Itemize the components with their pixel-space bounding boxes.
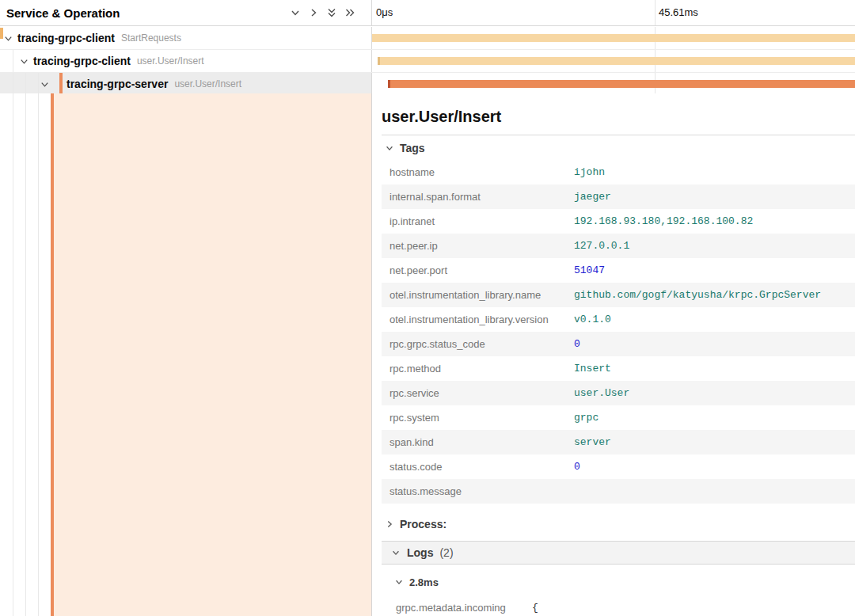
indent-guide xyxy=(13,93,13,616)
tag-value: 51047 xyxy=(574,258,855,283)
chevron-right-icon xyxy=(385,519,394,529)
tag-row: net.peer.port51047 xyxy=(382,258,855,283)
span-detail-row: user.User/Insert Tags hostnameijohn inte… xyxy=(0,93,855,616)
service-operation-header: Service & Operation xyxy=(0,0,372,25)
operation-name: StartRequests xyxy=(121,32,181,44)
span-duration-bar[interactable] xyxy=(372,34,855,42)
tag-key: ip.intranet xyxy=(382,209,574,234)
collapse-all-icon[interactable] xyxy=(326,7,337,18)
chevron-down-icon xyxy=(385,143,394,153)
log-timestamp: 2.8ms xyxy=(409,576,439,588)
timeline-ruler[interactable]: 0μs 45.61ms xyxy=(372,0,855,25)
span-detail-title: user.User/Insert xyxy=(382,108,855,126)
ruler-gridline xyxy=(655,0,656,25)
tags-label: Tags xyxy=(400,142,425,154)
tag-value: grpc xyxy=(574,405,855,430)
span-bar-cell xyxy=(372,50,855,72)
tag-value: Insert xyxy=(574,356,855,381)
ruler-tick-mid: 45.61ms xyxy=(659,6,698,18)
tag-row: otel.instrumentation_library.versionv0.1… xyxy=(382,307,855,332)
chevron-down-icon[interactable] xyxy=(19,56,29,67)
tag-key: net.peer.port xyxy=(382,258,574,283)
tag-key: status.message xyxy=(382,479,574,504)
log-entry-header[interactable]: 2.8ms xyxy=(382,573,855,591)
chevron-down-icon[interactable] xyxy=(40,79,50,89)
process-label: Process: xyxy=(400,518,446,530)
tag-row: net.peer.ip127.0.0.1 xyxy=(382,234,855,258)
collapse-one-icon[interactable] xyxy=(290,7,301,18)
indent-guide xyxy=(25,73,26,95)
tag-key: net.peer.ip xyxy=(382,234,574,258)
indent-guide xyxy=(25,93,26,616)
tag-value: user.User xyxy=(574,381,855,405)
indent-guide xyxy=(13,73,13,95)
tag-row: rpc.systemgrpc xyxy=(382,405,855,430)
json-open-brace: { xyxy=(532,602,710,614)
span-duration-bar[interactable] xyxy=(378,57,855,65)
span-name-cell[interactable]: tracing-grpc-server user.User/Insert xyxy=(0,73,372,95)
expand-one-icon[interactable] xyxy=(308,7,319,18)
span-start-cap xyxy=(378,57,380,65)
span-row-server-insert[interactable]: tracing-grpc-server user.User/Insert xyxy=(0,73,855,96)
indent-guide xyxy=(38,73,39,95)
tag-key: hostname xyxy=(382,160,574,184)
span-row-root[interactable]: tracing-grpc-client StartRequests xyxy=(0,27,855,50)
chevron-down-icon xyxy=(391,548,401,557)
span-color-bar xyxy=(59,73,63,95)
span-color-indicator xyxy=(0,28,3,39)
span-name-cell[interactable]: tracing-grpc-client StartRequests xyxy=(0,27,372,49)
tag-key: span.kind xyxy=(382,430,574,454)
operation-name: user.User/Insert xyxy=(137,55,204,67)
log-field-row: grpc.metadata.incoming { ":authority": "… xyxy=(382,602,855,616)
tag-row: status.code0 xyxy=(382,454,855,479)
tag-value: github.com/gogf/katyusha/krpc.GrpcServer xyxy=(574,283,855,307)
service-name: tracing-grpc-server xyxy=(66,78,168,90)
trace-timeline-view: Service & Operation 0μs 45.61ms xyxy=(0,0,855,616)
service-name: tracing-grpc-client xyxy=(33,55,131,67)
span-name-cell[interactable]: tracing-grpc-client user.User/Insert xyxy=(0,50,372,72)
span-bar-cell xyxy=(372,27,855,49)
span-row-client-insert[interactable]: tracing-grpc-client user.User/Insert xyxy=(0,50,855,73)
chevron-down-icon[interactable] xyxy=(3,33,13,44)
span-bar-cell xyxy=(372,73,855,95)
chevron-down-icon xyxy=(394,577,404,587)
tag-value: 192.168.93.180,192.168.100.82 xyxy=(574,209,855,234)
expand-all-icon[interactable] xyxy=(344,7,355,18)
json-brace: { xyxy=(532,602,538,614)
span-start-cap xyxy=(388,80,390,88)
process-accordion-header[interactable]: Process: xyxy=(382,515,855,534)
tag-value xyxy=(574,479,855,504)
span-detail-panel: user.User/Insert Tags hostnameijohn inte… xyxy=(372,93,855,616)
tag-key: internal.span.format xyxy=(382,184,574,209)
span-duration-bar[interactable] xyxy=(388,80,855,88)
tag-value: ijohn xyxy=(574,160,855,184)
tag-row: span.kindserver xyxy=(382,430,855,454)
tag-row: status.message xyxy=(382,479,855,504)
expand-collapse-controls xyxy=(290,7,355,18)
tag-row: rpc.grpc.status_code0 xyxy=(382,332,855,356)
tag-key: otel.instrumentation_library.version xyxy=(382,307,574,332)
indent-guide xyxy=(38,93,39,616)
tag-value: 0 xyxy=(574,332,855,356)
span-rows: tracing-grpc-client StartRequests tracin… xyxy=(0,27,855,96)
tag-key: rpc.service xyxy=(382,381,574,405)
logs-count: (2) xyxy=(439,546,453,559)
tags-table: hostnameijohn internal.span.formatjaeger… xyxy=(382,160,855,504)
service-operation-title: Service & Operation xyxy=(6,6,120,20)
timeline-header: Service & Operation 0μs 45.61ms xyxy=(0,0,855,26)
span-detail-indent xyxy=(0,93,372,616)
tag-value: 0 xyxy=(574,454,855,479)
span-detail-backdrop xyxy=(54,93,371,616)
logs-accordion-header[interactable]: Logs (2) xyxy=(382,541,855,565)
tags-accordion-header[interactable]: Tags xyxy=(382,135,855,160)
tag-key: rpc.method xyxy=(382,356,574,381)
tag-key: status.code xyxy=(382,454,574,479)
tag-row: ip.intranet192.168.93.180,192.168.100.82 xyxy=(382,209,855,234)
service-name: tracing-grpc-client xyxy=(17,32,115,44)
tag-row: internal.span.formatjaeger xyxy=(382,184,855,209)
tag-row: rpc.serviceuser.User xyxy=(382,381,855,405)
logs-label: Logs xyxy=(407,546,433,559)
tag-row: rpc.methodInsert xyxy=(382,356,855,381)
operation-name: user.User/Insert xyxy=(174,78,241,89)
tag-key: rpc.system xyxy=(382,405,574,430)
